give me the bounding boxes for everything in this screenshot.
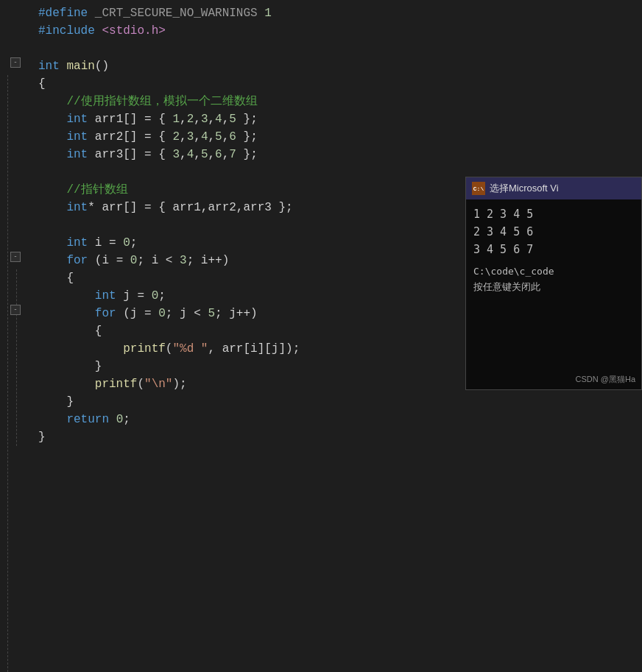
indent-guide-1 [7, 75, 8, 672]
code-line: } [38, 428, 642, 446]
code-line: int arr3[] = { 3,4,5,6,7 }; [38, 146, 642, 163]
code-line: return 0; [38, 411, 642, 428]
collapse-for1-button[interactable]: - [10, 252, 21, 262]
gutter: - - - [0, 0, 31, 672]
console-output-line: 3 4 5 6 7 [473, 241, 634, 258]
console-titlebar: C:\ 选择Microsoft Vi [466, 177, 641, 199]
console-footer: CSDN @黑猫Ha [576, 374, 635, 385]
collapse-for2-button[interactable]: - [10, 305, 21, 315]
console-window: C:\ 选择Microsoft Vi 1 2 3 4 52 3 4 5 63 4… [465, 177, 642, 390]
console-prompt: 按任意键关闭此 [473, 280, 634, 295]
code-line: int arr1[] = { 1,2,3,4,5 }; [38, 110, 642, 128]
console-output-line: 1 2 3 4 5 [473, 205, 634, 223]
console-title: 选择Microsoft Vi [490, 182, 559, 195]
console-icon: C:\ [472, 182, 485, 195]
code-line: #include <stdio.h> [38, 22, 642, 40]
collapse-main-button[interactable]: - [10, 57, 21, 68]
code-line: int main() [38, 57, 642, 75]
code-line: //使用指针数组，模拟一个二维数组 [38, 93, 642, 110]
code-line: #define _CRT_SECURE_NO_WARNINGS 1 [38, 4, 642, 22]
code-line: int arr2[] = { 2,3,4,5,6 }; [38, 128, 642, 146]
indent-guide-2 [16, 269, 17, 446]
console-output: 1 2 3 4 52 3 4 5 63 4 5 6 7C:\code\c_cod… [466, 199, 641, 301]
code-line: { [38, 75, 642, 93]
console-path: C:\code\c_code [473, 264, 634, 280]
console-output-line: 2 3 4 5 6 [473, 223, 634, 241]
code-line [38, 40, 642, 57]
editor-container: - - - #define _CRT_SECURE_NO_WARNINGS 1#… [0, 0, 642, 672]
code-line: } [38, 393, 642, 411]
